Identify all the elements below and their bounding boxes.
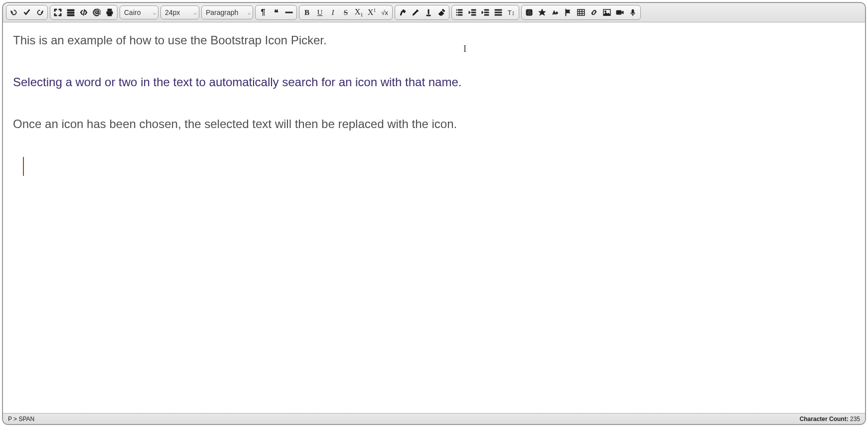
content-line-1: This is an example of how to use the Boo… bbox=[13, 31, 855, 49]
superscript-button[interactable]: X1 bbox=[365, 6, 378, 19]
svg-point-4 bbox=[605, 11, 606, 12]
ordered-list-button[interactable] bbox=[453, 6, 466, 19]
underline-button[interactable]: U bbox=[313, 6, 326, 19]
mention-button[interactable] bbox=[90, 6, 103, 19]
icon-picker-button[interactable]: B bbox=[523, 6, 536, 19]
chevron-down-icon: ⌵ bbox=[153, 10, 156, 15]
unordered-list-button[interactable] bbox=[492, 6, 505, 19]
content-line-3: Once an icon has been chosen, the select… bbox=[13, 115, 855, 133]
format-value: Paragraph bbox=[206, 8, 238, 16]
font-family-value: Cairo bbox=[124, 8, 141, 16]
outdent-button[interactable] bbox=[466, 6, 479, 19]
list-group: T↕ bbox=[451, 5, 519, 20]
image-button[interactable] bbox=[600, 6, 613, 19]
svg-rect-0 bbox=[286, 12, 292, 13]
editor-content[interactable]: This is an example of how to use the Boo… bbox=[3, 22, 865, 413]
lineheight-button[interactable]: T↕ bbox=[505, 6, 518, 19]
view-group bbox=[50, 5, 118, 20]
editor-frame: Cairo ⌵ 24px ⌵ Paragraph ⌵ ¶ ❝ B U I S X… bbox=[2, 2, 866, 425]
chevron-down-icon: ⌵ bbox=[248, 10, 251, 15]
text-format-group: B U I S X1 X1 √x bbox=[299, 5, 393, 20]
blockquote-button[interactable]: ❝ bbox=[270, 6, 283, 19]
toolbar: Cairo ⌵ 24px ⌵ Paragraph ⌵ ¶ ❝ B U I S X… bbox=[3, 3, 865, 22]
font-size-value: 24px bbox=[165, 8, 180, 16]
char-count: Character Count: 235 bbox=[800, 416, 860, 423]
undo-button[interactable] bbox=[7, 6, 20, 19]
insert-group: B bbox=[521, 5, 641, 20]
casechange-button[interactable] bbox=[549, 6, 562, 19]
svg-rect-6 bbox=[632, 9, 634, 13]
bold-button[interactable]: B bbox=[300, 6, 313, 19]
paragraph-group: ¶ ❝ bbox=[255, 5, 297, 20]
blocks-button[interactable] bbox=[64, 6, 77, 19]
hr-button[interactable] bbox=[283, 6, 295, 19]
math-button[interactable]: √x bbox=[378, 6, 391, 19]
subscript-button[interactable]: X1 bbox=[352, 6, 365, 19]
star-button[interactable] bbox=[536, 6, 549, 19]
code-button[interactable] bbox=[77, 6, 90, 19]
char-count-value: 235 bbox=[850, 416, 860, 423]
chevron-down-icon: ⌵ bbox=[194, 10, 197, 15]
indent-button[interactable] bbox=[479, 6, 492, 19]
audio-button[interactable] bbox=[626, 6, 639, 19]
video-button[interactable] bbox=[613, 6, 626, 19]
color-group bbox=[395, 5, 449, 20]
flag-button[interactable] bbox=[562, 6, 575, 19]
print-button[interactable] bbox=[103, 6, 116, 19]
strike-button[interactable]: S bbox=[339, 6, 352, 19]
font-size-select[interactable]: 24px ⌵ bbox=[160, 5, 199, 19]
char-count-label: Character Count: bbox=[800, 416, 850, 423]
fullscreen-button[interactable] bbox=[51, 6, 64, 19]
svg-rect-5 bbox=[616, 10, 621, 14]
svg-text:B: B bbox=[527, 10, 531, 15]
link-button[interactable] bbox=[587, 6, 600, 19]
eraser-button[interactable] bbox=[435, 6, 448, 19]
status-bar: P > SPAN Character Count: 235 bbox=[3, 413, 865, 424]
table-button[interactable] bbox=[575, 6, 587, 19]
format-select[interactable]: Paragraph ⌵ bbox=[201, 5, 253, 19]
font-family-select[interactable]: Cairo ⌵ bbox=[120, 5, 158, 19]
element-path[interactable]: P > SPAN bbox=[8, 416, 34, 423]
paragraph-marks-button[interactable]: ¶ bbox=[257, 6, 270, 19]
clean-button[interactable] bbox=[396, 6, 409, 19]
history-group bbox=[6, 5, 48, 20]
italic-button[interactable]: I bbox=[326, 6, 339, 19]
content-line-2: Selecting a word or two in the text to a… bbox=[13, 73, 855, 91]
text-caret bbox=[23, 157, 24, 176]
highlight-button[interactable] bbox=[409, 6, 422, 19]
save-button[interactable] bbox=[20, 6, 33, 19]
redo-button[interactable] bbox=[33, 6, 46, 19]
textcolor-button[interactable] bbox=[422, 6, 435, 19]
ibeam-cursor-icon: I bbox=[463, 42, 466, 56]
